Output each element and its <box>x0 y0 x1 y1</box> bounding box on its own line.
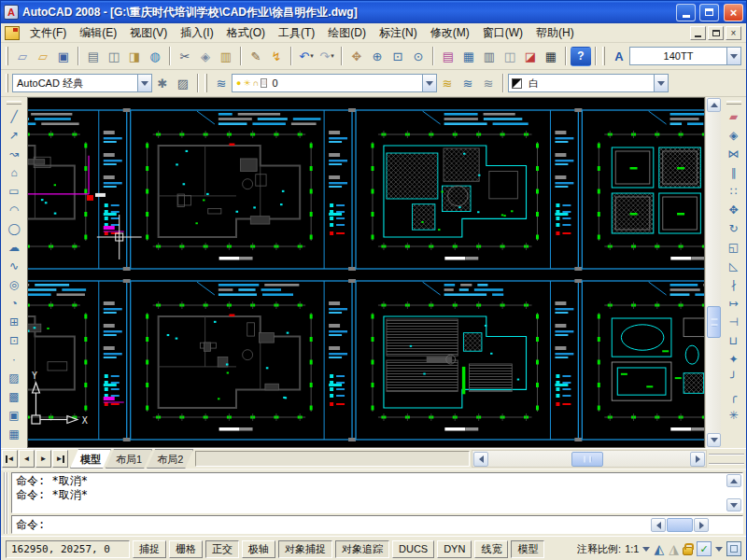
history-scroll-down-button[interactable] <box>726 498 741 511</box>
copy-button[interactable]: ◈ <box>195 47 216 66</box>
toggle-osnap[interactable]: 对象捕捉 <box>278 540 332 558</box>
menu-item-3[interactable]: 插入(I) <box>174 23 219 43</box>
explode-button[interactable]: ✳ <box>723 406 744 425</box>
tool-palettes-button[interactable]: ▥ <box>479 47 500 66</box>
polygon-button[interactable]: ⌂ <box>4 163 25 182</box>
help-button[interactable]: ? <box>571 47 591 66</box>
rectangle-button[interactable]: ▭ <box>4 182 25 201</box>
toggle-polar[interactable]: 极轴 <box>242 540 275 558</box>
text-style-button[interactable]: A <box>609 47 629 66</box>
status-menu-arrow-icon[interactable] <box>715 547 723 552</box>
combo-arrow-icon[interactable] <box>422 75 436 91</box>
stretch-button[interactable]: ◺ <box>723 257 744 275</box>
toolbar-lock-icon[interactable] <box>683 547 693 555</box>
array-button[interactable]: ∷ <box>723 182 744 201</box>
erase-button[interactable]: ▰ <box>723 107 744 126</box>
tab-model[interactable]: 模型 <box>70 449 111 469</box>
horizontal-scroll-thumb[interactable] <box>571 452 603 467</box>
toggle-otrack[interactable]: 对象追踪 <box>335 540 389 558</box>
designcenter-button[interactable]: ▦ <box>458 47 479 66</box>
scale-button[interactable]: ◱ <box>723 238 744 257</box>
tab-layout1[interactable]: 布局1 <box>106 449 152 469</box>
rotate-button[interactable]: ↻ <box>723 219 744 238</box>
menu-item-6[interactable]: 绘图(D) <box>321 23 373 43</box>
vertical-scrollbar[interactable] <box>705 97 721 448</box>
minimize-button[interactable] <box>676 4 696 21</box>
workspace-settings-button[interactable]: ✱ <box>152 74 173 93</box>
workspace-save-button[interactable]: ▨ <box>173 74 193 93</box>
combo-arrow-icon[interactable] <box>726 48 740 64</box>
next-layout-button[interactable]: ► <box>35 450 51 468</box>
properties-button[interactable]: ▤ <box>438 47 458 66</box>
mirror-button[interactable]: ⋈ <box>723 145 744 163</box>
copy-object-button[interactable]: ◈ <box>723 126 744 145</box>
publish-button[interactable]: ◨ <box>124 47 145 66</box>
save-button[interactable]: ▣ <box>53 47 74 66</box>
input-scroll-thumb[interactable] <box>667 518 693 532</box>
command-history[interactable]: 命令: *取消*命令: *取消* <box>11 472 743 513</box>
fillet-button[interactable]: ╭ <box>723 387 744 406</box>
input-scroll-right-button[interactable] <box>694 518 709 532</box>
annotation-autoscale-icon[interactable]: ◮ <box>669 542 679 555</box>
drawing-canvas[interactable]: Y X <box>27 97 705 448</box>
menu-item-10[interactable]: 帮助(H) <box>529 23 581 43</box>
tab-layout2[interactable]: 布局2 <box>147 449 193 469</box>
menu-item-0[interactable]: 文件(F) <box>23 23 73 43</box>
menu-item-8[interactable]: 修改(M) <box>424 23 476 43</box>
layer-previous-button[interactable]: ≋ <box>458 74 478 93</box>
plot-button[interactable]: ▤ <box>83 47 104 66</box>
layer-combo[interactable]: ●☀∩■ 0 <box>232 74 437 92</box>
point-button[interactable]: ∙ <box>4 350 25 369</box>
clean-screen-button[interactable] <box>726 541 741 556</box>
menu-item-1[interactable]: 编辑(E) <box>73 23 123 43</box>
workspace-combo[interactable]: AutoCAD 经典 <box>12 74 152 92</box>
zoom-window-button[interactable]: ⊡ <box>388 47 408 66</box>
spline-button[interactable]: ∿ <box>4 257 25 275</box>
prev-layout-button[interactable]: ◄ <box>19 450 35 468</box>
new-file-button[interactable]: ▱ <box>12 47 33 66</box>
menu-item-7[interactable]: 标注(N) <box>373 23 424 43</box>
polyline-button[interactable]: ↝ <box>4 145 25 163</box>
break-button[interactable]: ⊔ <box>723 331 744 350</box>
plot-preview-button[interactable]: ◫ <box>104 47 124 66</box>
undo-button[interactable]: ↶▾ <box>296 47 317 66</box>
color-combo[interactable]: 白 <box>508 74 669 92</box>
close-button[interactable]: × <box>724 4 743 21</box>
first-layout-button[interactable]: ◄ <box>2 450 18 468</box>
paste-button[interactable]: ▥ <box>216 47 236 66</box>
cut-button[interactable]: ✂ <box>175 47 195 66</box>
line-button[interactable]: ╱ <box>4 107 25 126</box>
zoom-previous-button[interactable]: ⊙ <box>408 47 429 66</box>
menu-item-2[interactable]: 视图(V) <box>123 23 174 43</box>
scroll-left-button[interactable] <box>473 452 488 467</box>
trim-button[interactable]: ∤ <box>723 275 744 294</box>
make-block-button[interactable]: ⊡ <box>4 331 25 350</box>
combo-arrow-icon[interactable] <box>137 75 151 91</box>
combo-arrow-icon[interactable] <box>654 75 668 91</box>
open-file-button[interactable]: ▱ <box>33 47 53 66</box>
block-editor-button[interactable]: ↯ <box>266 47 287 66</box>
redo-button[interactable]: ↷▾ <box>317 47 337 66</box>
sheet-set-manager-button[interactable]: ◫ <box>500 47 520 66</box>
match-properties-button[interactable]: ✎ <box>246 47 266 66</box>
toggle-ducs[interactable]: DUCS <box>392 540 434 558</box>
toggle-ortho[interactable]: 正交 <box>205 540 239 558</box>
region-button[interactable]: ▣ <box>4 406 25 425</box>
annotation-visibility-icon[interactable]: ◭ <box>654 542 664 555</box>
annotation-scale-value[interactable]: 1:1 <box>625 543 639 554</box>
3d-dwf-button[interactable]: ◍ <box>145 47 165 66</box>
mdi-close-button[interactable]: × <box>726 26 741 40</box>
quickcalc-button[interactable]: ▦ <box>541 47 561 66</box>
pan-button[interactable]: ✥ <box>346 47 367 66</box>
vertical-scroll-thumb[interactable] <box>707 306 721 338</box>
toggle-model[interactable]: 模型 <box>511 540 544 558</box>
toggle-lwt[interactable]: 线宽 <box>474 540 508 558</box>
menu-item-9[interactable]: 窗口(W) <box>476 23 529 43</box>
insert-block-button[interactable]: ⊞ <box>4 313 25 331</box>
menu-item-4[interactable]: 格式(O) <box>220 23 272 43</box>
input-scroll-left-button[interactable] <box>651 518 666 532</box>
zoom-realtime-button[interactable]: ⊕ <box>367 47 388 66</box>
join-button[interactable]: ✦ <box>723 350 744 369</box>
construction-line-button[interactable]: ↗ <box>4 126 25 145</box>
toolbar-window-positions-icon[interactable]: ✓ <box>697 541 712 556</box>
